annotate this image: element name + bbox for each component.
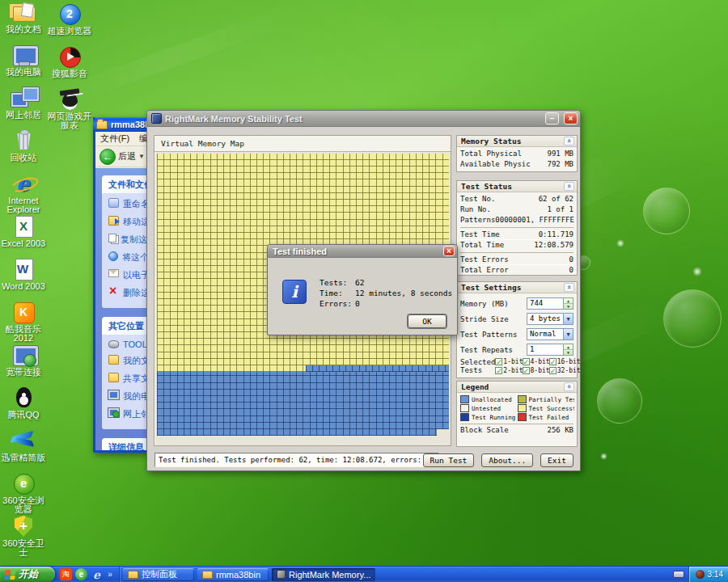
test-checkbox[interactable]: ✓ 16-bit (549, 358, 582, 365)
task-pane-item-icon (108, 287, 119, 297)
legend-items: Unallocated Partially Teste Untested Tes… (457, 393, 577, 422)
desktop-icon-label: 网上邻居 (6, 111, 41, 120)
dialog-text: Tests: 62 Time: 12 minutes, 8 seconds Er… (320, 277, 452, 309)
desktop-icon-label: Excel 2003 (2, 239, 45, 248)
dialog-titlebar[interactable]: Test finished × (268, 245, 457, 258)
memory-status-panel: Memory Status « Total Physical 991 MB Av… (456, 135, 578, 172)
test-finished-dialog: Test finished × i Tests: 62 Time: 12 min… (267, 244, 458, 335)
setting-field[interactable]: 744 ▲▼ ▼ (527, 297, 574, 310)
checkbox-check-icon[interactable]: ✓ (549, 358, 557, 365)
start-button[interactable]: 开始 (0, 567, 55, 582)
desktop-icon-image (10, 214, 37, 238)
taskbar-button-icon (202, 571, 213, 579)
virtual-memory-map-header: Virtual Memory Map (154, 136, 451, 152)
virtual-memory-map-title: Virtual Memory Map (161, 139, 244, 148)
collapse-chevron-icon[interactable]: « (564, 182, 574, 191)
desktop-icon[interactable]: Word 2003 (0, 257, 47, 300)
taskbar-button[interactable]: 控制面板 (123, 568, 194, 581)
ok-button[interactable]: OK (408, 314, 447, 328)
desktop-icon[interactable]: 我的文档 (0, 0, 47, 43)
checkbox-check-icon[interactable]: ✓ (495, 358, 502, 365)
status-row-value: 62 of 62 (539, 194, 574, 205)
keyboard-tray-icon[interactable] (673, 571, 684, 578)
taobao-icon[interactable]: 淘 (60, 568, 72, 580)
internet-explorer-icon[interactable]: e (91, 568, 103, 580)
status-row: Test Errors 0 (460, 252, 574, 265)
test-checkbox[interactable]: ✓ 32-bit (549, 367, 582, 374)
dropdown-button[interactable]: ▼ (563, 313, 574, 325)
setting-field[interactable]: 1 ▲▼ ▼ (527, 344, 574, 356)
setting-value[interactable]: 1 (527, 344, 563, 356)
menu-item[interactable]: 文件(F) (100, 133, 129, 145)
checkbox-check-icon[interactable]: ✓ (495, 367, 502, 374)
collapse-chevron-icon[interactable]: « (564, 382, 574, 391)
rightmark-titlebar[interactable]: RightMark Memory Stability Test – × (147, 111, 580, 127)
desktop-icon[interactable]: Internet Explorer (0, 171, 47, 214)
spinner-buttons[interactable]: ▲▼ (563, 297, 574, 310)
desktop-icon[interactable]: 360安全卫士 (0, 514, 47, 557)
wallpaper-bubble (663, 289, 722, 348)
desktop-icon[interactable]: 搜狐影音 (46, 44, 93, 87)
test-settings-panel: Test Settings « Memory (MB) 744 ▲▼ ▼ (456, 281, 578, 378)
checkbox-check-icon[interactable]: ✓ (523, 367, 530, 374)
app-button[interactable]: Run Test (423, 453, 475, 467)
desktop-icon[interactable]: 360安全浏览器 (0, 471, 47, 514)
setting-label: Memory (MB) (460, 300, 509, 308)
taskbar-button[interactable]: rmma38bin (197, 568, 269, 581)
desktop-icon[interactable]: 迅雷精简版 (0, 428, 47, 471)
setting-field[interactable]: 4 bytes ▲▼ ▼ (527, 313, 574, 325)
collapse-chevron-icon[interactable]: « (564, 283, 574, 292)
desktop-icon-label: 超速浏览器 (48, 27, 92, 36)
test-settings-header: Test Settings « (457, 282, 577, 293)
test-checkbox[interactable]: ✓ 8-bit (523, 367, 549, 374)
desktop-icon[interactable]: 腾讯QQ (0, 386, 47, 428)
checkbox-check-icon[interactable]: ✓ (523, 358, 530, 365)
setting-value[interactable]: 744 (527, 297, 563, 310)
tray-app-icon[interactable] (696, 570, 705, 579)
setting-field[interactable]: Normal ▲▼ ▼ (527, 328, 574, 340)
app-button[interactable]: About... (481, 453, 533, 467)
desktop-icon-image (56, 87, 83, 112)
browser-icon[interactable]: e (75, 568, 87, 580)
back-dropdown-icon[interactable]: ▼ (138, 153, 145, 160)
app-button[interactable]: Exit (540, 453, 574, 467)
checkbox-label: 4-bit (531, 358, 550, 365)
legend-swatch (460, 413, 469, 421)
desktop-icon[interactable]: 我的电脑 (0, 43, 47, 86)
desktop-icon[interactable]: 网上邻居 (0, 86, 47, 129)
clock[interactable]: 3:14 (708, 570, 723, 579)
desktop-icon[interactable]: 超速浏览器 (46, 2, 93, 44)
test-status-title: Test Status (461, 182, 512, 191)
desktop-icon[interactable]: 宽带连接 (0, 343, 47, 386)
desktop-icon-image (10, 0, 37, 24)
test-checkbox[interactable]: ✓ 1-bit (495, 358, 522, 365)
test-checkbox[interactable]: ✓ 4-bit (523, 358, 549, 365)
info-icon: i (282, 280, 307, 304)
dialog-close-button[interactable]: × (443, 246, 455, 256)
dialog-row-value: 62 (355, 277, 364, 288)
desktop-icon-image (10, 514, 37, 538)
map-last-row (157, 429, 449, 436)
desktop-icon[interactable]: 网页游戏开服表 (46, 87, 93, 130)
task-pane-item-icon (108, 390, 119, 399)
setting-value[interactable]: 4 bytes (527, 313, 563, 325)
desktop-icon[interactable]: 酷我音乐 2012 (0, 300, 47, 343)
setting-value[interactable]: Normal (527, 328, 563, 340)
back-button[interactable]: ← 后退 ▼ (99, 149, 145, 165)
system-tray: 3:14 (688, 567, 728, 582)
desktop-icon[interactable]: Excel 2003 (0, 214, 47, 257)
block-scale-value: 256 KB (547, 426, 574, 434)
close-button[interactable]: × (564, 112, 578, 124)
quick-launch-overflow-chevron[interactable]: » (106, 568, 114, 580)
spinner-buttons[interactable]: ▲▼ (563, 344, 574, 356)
checkbox-check-icon[interactable]: ✓ (549, 367, 557, 374)
status-row: Total Error 0 (460, 265, 574, 276)
taskbar-button[interactable]: RightMark Memory... (272, 568, 375, 581)
desktop-icon[interactable]: 回收站 (0, 129, 47, 171)
dropdown-button[interactable]: ▼ (563, 328, 574, 340)
collapse-chevron-icon[interactable]: « (564, 137, 574, 146)
memory-status-title: Memory Status (461, 137, 521, 146)
minimize-button[interactable]: – (545, 112, 559, 124)
test-checkbox[interactable]: ✓ 2-bit (495, 367, 522, 374)
test-status-panel: Test Status « Test No. 62 of 62 Run No. … (456, 180, 578, 276)
